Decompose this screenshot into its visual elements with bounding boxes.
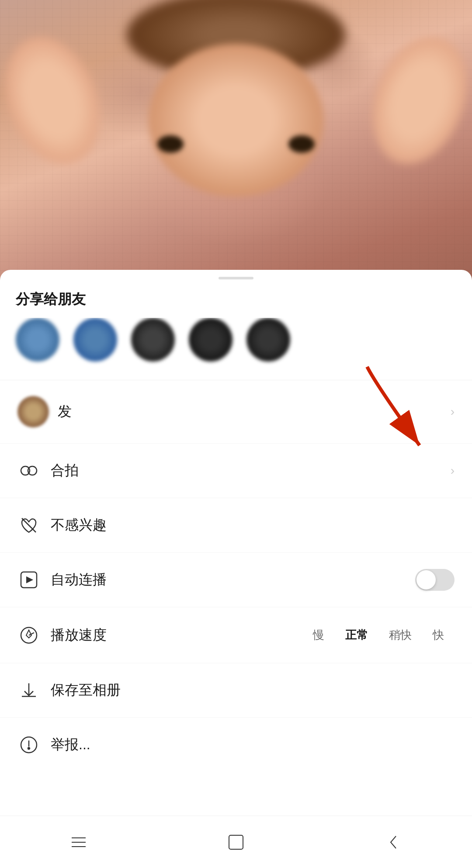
menu-row-report[interactable]: 举报... [0,718,472,772]
speed-slightly-fast[interactable]: 稍快 [378,623,422,647]
autoplay-icon [17,568,40,591]
nav-home-button[interactable] [219,825,253,860]
eye-right-blob [288,135,315,153]
speed-normal[interactable]: 正常 [335,623,378,647]
friend-avatar-2 [73,318,117,362]
menu-row-collab[interactable]: 合拍 › [0,444,472,498]
eye-left-blob [157,135,184,153]
menu-label-playback-speed: 播放速度 [51,626,302,645]
friend-item[interactable] [73,318,117,366]
menu-label-collab: 合拍 [51,461,451,480]
speed-fast[interactable]: 快 [422,623,455,647]
friend-item[interactable] [131,318,175,366]
nav-menu-button[interactable] [61,825,96,860]
friend-avatar-5 [246,318,290,362]
friend-avatar-1 [16,318,59,362]
download-icon [17,679,40,702]
menu-label-report: 举报... [51,735,455,754]
svg-line-2 [22,518,36,532]
menu-row-autoplay[interactable]: 自动连播 [0,553,472,607]
user-avatar [17,396,49,427]
menu-label-post: 发 [58,402,451,421]
share-title: 分享给朋友 [0,279,472,318]
menu-label-not-interested: 不感兴趣 [51,516,455,535]
collab-icon [17,459,40,482]
menu-label-save: 保存至相册 [51,681,455,700]
svg-rect-14 [229,835,243,849]
flag-icon [17,734,40,756]
speed-icon [17,624,40,647]
friends-row [0,318,472,380]
autoplay-toggle[interactable] [415,569,455,591]
bottom-sheet: 分享给朋友 发 › [0,270,472,868]
toggle-knob [416,570,436,589]
svg-point-10 [28,747,30,749]
chevron-right-icon: › [451,405,455,419]
menu-label-autoplay: 自动连播 [51,570,415,589]
friend-avatar-3 [131,318,175,362]
friend-item[interactable] [246,318,290,366]
friend-item[interactable] [16,318,59,366]
friend-item[interactable] [189,318,233,366]
heart-off-icon [17,514,40,537]
speed-slow[interactable]: 慢 [302,623,335,647]
svg-marker-4 [26,576,33,583]
menu-row-post[interactable]: 发 › [0,380,472,444]
face-blob [149,44,323,196]
menu-row-not-interested[interactable]: 不感兴趣 [0,498,472,553]
nav-bar [0,816,472,868]
menu-row-playback-speed: 播放速度 慢 正常 稍快 快 [0,607,472,663]
friend-avatar-4 [189,318,233,362]
nav-back-button[interactable] [376,825,411,860]
speed-options: 慢 正常 稍快 快 [302,623,455,647]
video-background [0,0,472,306]
chevron-right-icon-collab: › [451,464,455,478]
menu-row-save[interactable]: 保存至相册 [0,663,472,718]
